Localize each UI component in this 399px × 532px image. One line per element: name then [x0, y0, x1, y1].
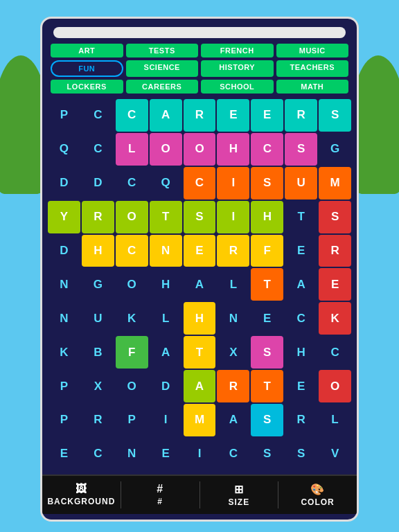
grid-cell-10-2[interactable]: N	[116, 438, 148, 470]
grid-cell-8-0[interactable]: P	[48, 370, 80, 402]
grid-cell-2-7[interactable]: U	[285, 167, 317, 200]
grid-cell-0-3[interactable]: A	[150, 99, 182, 132]
grid-cell-8-2[interactable]: O	[116, 370, 148, 402]
category-tag-school[interactable]: SCHOOL	[201, 80, 274, 94]
grid-cell-5-0[interactable]: N	[48, 268, 80, 301]
grid-cell-10-5[interactable]: C	[217, 438, 249, 470]
grid-cell-9-1[interactable]: R	[82, 404, 114, 436]
grid-cell-1-0[interactable]: Q	[48, 133, 80, 166]
grid-cell-0-1[interactable]: C	[82, 99, 114, 132]
grid-cell-4-7[interactable]: E	[285, 235, 317, 267]
grid-cell-10-1[interactable]: C	[82, 438, 114, 470]
grid-cell-3-6[interactable]: H	[251, 201, 283, 233]
grid-cell-5-8[interactable]: E	[319, 268, 351, 301]
grid-cell-9-6[interactable]: S	[251, 404, 283, 436]
grid-cell-3-1[interactable]: R	[82, 201, 114, 233]
category-tag-tests[interactable]: TESTS	[126, 44, 199, 57]
grid-cell-2-1[interactable]: D	[82, 167, 114, 200]
grid-cell-9-4[interactable]: M	[184, 404, 216, 436]
category-tag-french[interactable]: FRENCH	[201, 44, 274, 57]
grid-cell-0-5[interactable]: E	[217, 99, 249, 132]
grid-cell-5-2[interactable]: O	[116, 268, 148, 301]
grid-cell-8-1[interactable]: X	[82, 370, 114, 402]
grid-cell-3-5[interactable]: I	[217, 201, 249, 233]
grid-cell-2-4[interactable]: C	[184, 167, 216, 200]
nav-item-color[interactable]: 🎨COLOR	[278, 476, 357, 514]
grid-cell-1-2[interactable]: L	[116, 133, 148, 166]
category-tag-teachers[interactable]: TEACHERS	[276, 60, 349, 77]
grid-cell-6-4[interactable]: H	[184, 302, 216, 335]
grid-cell-6-8[interactable]: K	[319, 302, 351, 335]
grid-cell-2-6[interactable]: S	[251, 167, 283, 200]
nav-item-size[interactable]: ⊞SIZE	[200, 476, 278, 514]
nav-item-hashtag[interactable]: ##	[121, 476, 200, 514]
grid-cell-0-4[interactable]: R	[184, 99, 216, 132]
category-tag-art[interactable]: ART	[51, 44, 123, 57]
grid-cell-2-8[interactable]: M	[319, 167, 351, 200]
grid-cell-1-8[interactable]: G	[319, 133, 351, 166]
grid-cell-4-6[interactable]: F	[251, 235, 283, 267]
grid-cell-1-6[interactable]: C	[251, 133, 283, 166]
grid-cell-6-5[interactable]: N	[217, 302, 249, 335]
grid-cell-9-2[interactable]: P	[116, 404, 148, 436]
grid-cell-10-4[interactable]: I	[184, 438, 216, 470]
grid-cell-3-8[interactable]: S	[319, 201, 351, 233]
grid-cell-0-2[interactable]: C	[116, 99, 148, 132]
grid-cell-5-5[interactable]: L	[217, 268, 249, 301]
grid-cell-9-7[interactable]: R	[285, 404, 317, 436]
grid-cell-10-6[interactable]: S	[251, 438, 283, 470]
nav-item-background[interactable]: 🖼BACKGROUND	[42, 476, 121, 514]
grid-cell-5-3[interactable]: H	[150, 268, 182, 301]
grid-cell-8-8[interactable]: O	[319, 370, 351, 402]
grid-cell-6-1[interactable]: U	[82, 302, 114, 335]
grid-cell-8-6[interactable]: T	[251, 370, 283, 402]
grid-cell-1-5[interactable]: H	[217, 133, 249, 166]
grid-cell-6-2[interactable]: K	[116, 302, 148, 335]
grid-cell-3-3[interactable]: T	[150, 201, 182, 233]
grid-cell-6-3[interactable]: L	[150, 302, 182, 335]
grid-cell-4-3[interactable]: N	[150, 235, 182, 267]
grid-cell-8-7[interactable]: E	[285, 370, 317, 402]
grid-cell-8-3[interactable]: D	[150, 370, 182, 402]
grid-cell-4-1[interactable]: H	[82, 235, 114, 267]
grid-cell-9-0[interactable]: P	[48, 404, 80, 436]
category-tag-music[interactable]: MUSIC	[276, 44, 349, 57]
grid-cell-10-3[interactable]: E	[150, 438, 182, 470]
grid-cell-8-5[interactable]: R	[217, 370, 249, 402]
grid-cell-1-3[interactable]: O	[150, 133, 182, 166]
category-tag-lockers[interactable]: LOCKERS	[51, 80, 123, 94]
grid-cell-10-0[interactable]: E	[48, 438, 80, 470]
grid-cell-0-8[interactable]: S	[319, 99, 351, 132]
grid-cell-5-6[interactable]: T	[251, 268, 283, 301]
grid-cell-7-1[interactable]: B	[82, 336, 114, 369]
grid-cell-8-4[interactable]: A	[184, 370, 216, 402]
grid-cell-7-5[interactable]: X	[217, 336, 249, 369]
grid-cell-7-8[interactable]: C	[319, 336, 351, 369]
category-tag-fun[interactable]: FUN	[51, 60, 123, 77]
grid-cell-1-4[interactable]: O	[184, 133, 216, 166]
grid-cell-1-7[interactable]: S	[285, 133, 317, 166]
grid-cell-10-8[interactable]: V	[319, 438, 351, 470]
grid-cell-2-0[interactable]: D	[48, 167, 80, 200]
category-tag-math[interactable]: MATH	[276, 80, 349, 94]
grid-cell-9-5[interactable]: A	[217, 404, 249, 436]
grid-cell-0-7[interactable]: R	[285, 99, 317, 132]
grid-cell-3-0[interactable]: Y	[48, 201, 80, 233]
grid-cell-9-3[interactable]: I	[150, 404, 182, 436]
grid-cell-4-8[interactable]: R	[319, 235, 351, 267]
grid-cell-2-2[interactable]: C	[116, 167, 148, 200]
grid-cell-7-3[interactable]: A	[150, 336, 182, 369]
grid-cell-5-4[interactable]: A	[184, 268, 216, 301]
grid-cell-6-7[interactable]: C	[285, 302, 317, 335]
grid-cell-0-6[interactable]: E	[251, 99, 283, 132]
grid-cell-5-7[interactable]: A	[285, 268, 317, 301]
grid-cell-5-1[interactable]: G	[82, 268, 114, 301]
category-tag-careers[interactable]: CAREERS	[126, 80, 199, 94]
category-tag-science[interactable]: SCIENCE	[126, 60, 199, 77]
grid-cell-7-2[interactable]: F	[116, 336, 148, 369]
grid-cell-4-4[interactable]: E	[184, 235, 216, 267]
grid-cell-4-2[interactable]: C	[116, 235, 148, 267]
grid-cell-1-1[interactable]: C	[82, 133, 114, 166]
grid-cell-7-7[interactable]: H	[285, 336, 317, 369]
category-tag-history[interactable]: HISTORY	[201, 60, 274, 77]
